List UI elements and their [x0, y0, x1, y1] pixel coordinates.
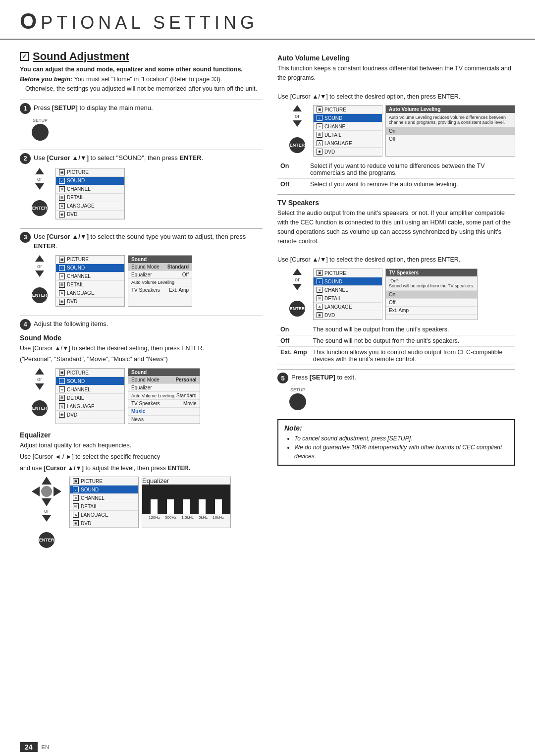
note-list: To cancel sound adjustment, press [SETUP…: [284, 434, 508, 461]
eq-sound: ♪ SOUND: [70, 486, 138, 494]
sm-menus: ▣ PICTURE ♪ SOUND ≡ CHANNEL: [55, 368, 200, 424]
sm-language: A LANGUAGE: [56, 402, 124, 411]
step-3-arrows: or ENTER: [32, 255, 48, 303]
left-column: Sound Adjustment You can adjust the soun…: [20, 50, 263, 557]
eq-dvd-item: ◉ DVD: [70, 519, 138, 528]
avl-off-key: Off: [277, 179, 307, 190]
section-intro: You can adjust the sound mode, equalizer…: [20, 66, 263, 73]
s3-channel: ≡ CHANNEL: [56, 272, 124, 281]
step-5-num: 5: [277, 373, 288, 383]
main-content: Sound Adjustment You can adjust the soun…: [0, 40, 535, 567]
step-4-header: 4 Adjust the following items.: [20, 319, 263, 330]
step-1: 1 Press [SETUP] to display the main menu…: [20, 103, 263, 141]
tvs-enter-btn: ENTER: [289, 301, 305, 317]
avl-arrow-up: [293, 105, 302, 111]
avl-option-on: On Select if you want to reduce volume d…: [277, 161, 515, 179]
tvs-off-key: Off: [277, 335, 310, 347]
eq-text2: Use [Cursor ◄ / ►] to select the specifi…: [20, 452, 263, 462]
avl-off-desc: Select if you want to remove the auto vo…: [307, 179, 515, 190]
page-number: 24: [20, 742, 38, 752]
tvs-arrows: or ENTER: [289, 269, 305, 317]
avl-title: Auto Volume Leveling: [277, 54, 515, 62]
step-3-illus: or ENTER ▣ PICTURE ♪: [32, 255, 263, 307]
fw-left-eq: [32, 486, 40, 496]
avl-menus: ▣ PICTURE ♪ SOUND ≡ CHANNEL ⊞: [313, 105, 515, 157]
eq-bar-5: [215, 487, 222, 514]
page-header: OPTIONAL SETTING: [0, 0, 535, 40]
eq-bar-2: [167, 487, 174, 514]
avl-submenu: Auto Volume Leveling Auto Volume Levelin…: [385, 105, 515, 157]
avl-option-off: Off Select if you want to remove the aut…: [277, 179, 515, 190]
enter-btn-3: ENTER: [32, 287, 48, 303]
page-lang: EN: [42, 744, 49, 750]
menu-item-dvd: ◉ DVD: [56, 211, 124, 219]
eq-channel: ≡ CHANNEL: [70, 494, 138, 502]
divider-r1: [277, 194, 515, 195]
step-3-menus: ▣ PICTURE ♪ SOUND ≡ CHANNEL: [55, 255, 192, 307]
avl-picture: ▣ PICTURE: [314, 106, 382, 114]
freq-3: 1.5kHz: [181, 515, 194, 520]
eq-picture: ▣ PICTURE: [70, 477, 138, 486]
tvs-text2: Use [Cursor ▲/▼] to select the desired o…: [277, 255, 515, 265]
tvs-on-key: On: [277, 324, 310, 335]
avl-on-row: On: [386, 127, 515, 135]
sm-main-menu: ▣ PICTURE ♪ SOUND ≡ CHANNEL: [55, 368, 125, 424]
tvs-on-desc: The sound will be output from the unit's…: [310, 324, 515, 335]
eq-main-menu: ▣ PICTURE ♪ SOUND ≡ CHANNEL: [69, 477, 139, 528]
avl-dvd: ◉ DVD: [314, 148, 382, 156]
tvs-option-off: Off The sound will not be output from th…: [277, 335, 515, 347]
avl-arrows: or ENTER: [289, 105, 305, 153]
note-item-2: We do not guarantee 100% interoperabilit…: [294, 443, 508, 461]
eq-arrow-down: [42, 515, 51, 522]
tvs-menus: ▣ PICTURE ♪ SOUND ≡ CHANNEL ⊞: [313, 269, 478, 320]
tvs-on-desc-small: "On":Sound will be output from the TV sp…: [386, 276, 477, 291]
sm-dvd: ◉ DVD: [56, 411, 124, 419]
title-first-letter: O: [20, 9, 41, 33]
sm-arrows: or ENTER: [32, 368, 48, 416]
menu-item-picture: ▣ PICTURE: [56, 168, 124, 177]
eq-bar-4: [199, 487, 206, 514]
eq-display-box: Equalizer: [142, 477, 231, 528]
tvs-option-on: On The sound will be output from the uni…: [277, 324, 515, 335]
step-2: 2 Use [Cursor ▲/▼] to select "SOUND", th…: [20, 153, 263, 219]
avl-text1: This function keeps a constant loudness …: [277, 64, 515, 83]
sm-tv-spk-row: TV Speakers Movie: [128, 400, 200, 408]
sm-arrow-down: [35, 383, 44, 390]
step-2-header: 2 Use [Cursor ▲/▼] to select "SOUND", th…: [20, 153, 263, 164]
step-1-text: Press [SETUP] to display the main menu.: [34, 103, 153, 113]
menu-item-sound-selected: ♪ SOUND: [56, 177, 124, 185]
arrow-down-icon-3: [35, 270, 44, 277]
step-5-text: Press [SETUP] to exit.: [291, 373, 356, 382]
s3-picture: ▣ PICTURE: [56, 256, 124, 264]
sound-mode-title: Sound Mode: [20, 334, 263, 342]
before-begin-block: Before you begin: You must set "Home" in…: [20, 75, 263, 94]
tvs-arrow-up: [293, 269, 302, 275]
freq-4: 5kHz: [199, 515, 208, 520]
tvs-option-ext: Ext. Amp This function allows you to con…: [277, 347, 515, 365]
divider-3: [20, 228, 263, 229]
tvs-arrow-down: [293, 284, 302, 290]
tvs-main-menu: ▣ PICTURE ♪ SOUND ≡ CHANNEL ⊞: [313, 269, 382, 320]
note-title: Note:: [284, 424, 508, 432]
sound-mode-illus: or ENTER ▣ PICTURE ♪: [32, 368, 263, 424]
setup-btn-1: [32, 124, 49, 141]
page-footer: 24 EN: [0, 738, 535, 756]
avl-text2: Use [Cursor ▲/▼] to select the desired o…: [277, 92, 515, 102]
step-5-header: 5 Press [SETUP] to exit.: [277, 373, 515, 383]
menu-item-channel: ≡ CHANNEL: [56, 185, 124, 194]
fw-center-eq: [41, 486, 52, 497]
step-2-text: Use [Cursor ▲/▼] to select "SOUND", then…: [34, 153, 203, 163]
sm-channel: ≡ CHANNEL: [56, 385, 124, 394]
sm-avl-row: Auto Volume Leveling Standard: [128, 392, 200, 400]
before-begin-warning: Otherwise, the settings you adjusted wil…: [20, 84, 263, 94]
page-title: OPTIONAL SETTING: [20, 9, 515, 34]
s3-tv-speakers: TV Speakers Ext. Amp: [128, 286, 192, 294]
sound-submenu-title: Sound: [128, 256, 192, 263]
avl-language: A LANGUAGE: [314, 139, 382, 148]
tvs-title: TV Speakers: [277, 199, 515, 207]
section-heading: Sound Adjustment: [33, 50, 129, 63]
eq-bar-3: [183, 487, 190, 514]
s3-language: A LANGUAGE: [56, 289, 124, 298]
step-4: 4 Adjust the following items. Sound Mode…: [20, 319, 263, 548]
tvs-language: A LANGUAGE: [314, 303, 382, 311]
